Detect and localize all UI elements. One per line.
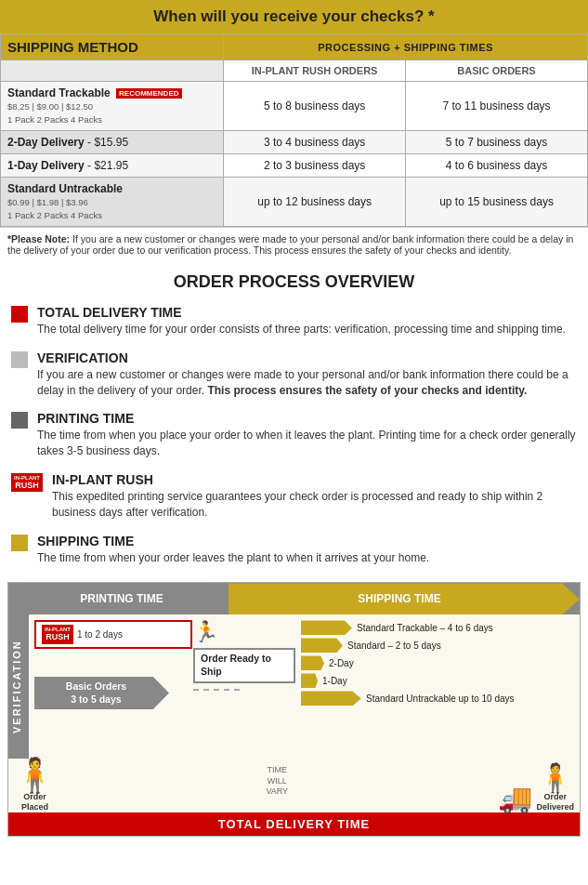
basic-time-untrackable: up to 15 business days — [406, 178, 588, 227]
ship-label-1day: 1-Day — [322, 676, 347, 686]
table-row: Standard Trackable RECOMMENDED $8.25 | $… — [1, 82, 588, 131]
method-packs: 1 Pack 2 Packs 4 Packs — [7, 114, 102, 125]
verification-heading: VERIFICATION — [37, 350, 577, 365]
method-price-2day: - $15.95 — [87, 136, 128, 149]
basic-time-standard: 7 to 11 business days — [406, 82, 588, 131]
rush-time-2day: 3 to 4 business days — [224, 131, 406, 154]
order-process-title: ORDER PROCESS OVERVIEW — [0, 261, 588, 299]
gold-arrow-1day — [301, 673, 318, 688]
person-left-icon: 🧍 — [14, 759, 56, 792]
process-item-inplant-rush: IN-PLANT RUSH IN-PLANT RUSH This expedit… — [0, 467, 588, 526]
method-cell-2day: 2-Day Delivery - $15.95 — [1, 131, 224, 154]
shipping-time-arrow: SHIPPING TIME — [229, 583, 580, 614]
method-price-1day: - $21.95 — [87, 159, 128, 172]
table-row: 1-Day Delivery - $21.95 2 to 3 business … — [1, 154, 588, 178]
diagram-top-bar: PRINTING TIME SHIPPING TIME — [8, 583, 580, 614]
verification-text: If you are a new customer or changes wer… — [37, 367, 577, 399]
basic-orders-line2: 3 to 5 days — [42, 693, 150, 707]
order-placed-label: OrderPlaced — [21, 792, 48, 812]
process-item-printing: PRINTING TIME The time from when you pla… — [0, 405, 588, 465]
total-delivery-heading: TOTAL DELIVERY TIME — [37, 305, 577, 320]
dark-gray-square-icon — [11, 412, 28, 429]
shipping-times-section: Standard Trackable – 4 to 6 days Standar… — [301, 620, 576, 755]
printing-heading: PRINTING TIME — [37, 411, 577, 426]
please-note-text: If you are a new customer or changes wer… — [7, 233, 573, 256]
person-right-icon: 🧍 — [538, 764, 572, 792]
delivery-diagram: PRINTING TIME SHIPPING TIME VERIFICATION… — [7, 582, 581, 837]
inplant-box-badge: IN-PLANT RUSH — [42, 625, 73, 643]
table-row: Standard Untrackable $0.99 | $1.98 | $3.… — [1, 178, 588, 227]
gold-arrow-2day — [301, 655, 324, 670]
rush-orders-header: IN-PLANT RUSH ORDERS — [224, 60, 406, 82]
inplant-days-label: 1 to 2 days — [77, 629, 123, 640]
order-delivered-label: OrderDelivered — [536, 792, 574, 812]
shipping-heading: SHIPPING TIME — [37, 534, 577, 548]
method-cell-standard: Standard Trackable RECOMMENDED $8.25 | $… — [1, 82, 224, 131]
inplant-rush-badge: IN-PLANT RUSH — [11, 473, 43, 492]
printing-time-arrow: PRINTING TIME — [29, 583, 229, 614]
rush-time-1day: 2 to 3 business days — [224, 154, 406, 178]
total-delivery-bar: TOTAL DELIVERY TIME — [8, 812, 580, 836]
gold-arrow-standard2 — [301, 638, 343, 653]
inplant-rush-text: This expedited printing service guarante… — [52, 489, 577, 521]
ship-label-standard: Standard Trackable – 4 to 6 days — [357, 623, 493, 633]
method-cell-untrackable: Standard Untrackable $0.99 | $1.98 | $3.… — [1, 178, 224, 227]
process-item-verification: VERIFICATION If you are a new customer o… — [0, 345, 588, 404]
diagram-body-section: VERIFICATION IN-PLANT RUSH 1 to 2 days — [8, 614, 580, 759]
verification-label: VERIFICATION — [8, 614, 29, 759]
process-item-shipping: SHIPPING TIME The time from when your or… — [0, 528, 588, 572]
inplant-rush-box: IN-PLANT RUSH 1 to 2 days — [34, 620, 192, 648]
inplant-rush-heading: IN-PLANT RUSH — [52, 472, 577, 487]
ship-label-untrackable: Standard Untrackable up to 10 days — [366, 693, 515, 704]
basic-time-1day: 4 to 6 business days — [406, 154, 588, 178]
basic-orders-line1: Basic Orders — [42, 680, 150, 693]
basic-time-2day: 5 to 7 business days — [406, 131, 588, 154]
method-packs-untrackable: 1 Pack 2 Packs 4 Packs — [7, 210, 102, 220]
method-prices: $8.25 | $9.00 | $12.50 — [7, 101, 93, 112]
shipping-text: The time from when your order leaves the… — [37, 550, 577, 566]
page-title: When will you receive your checks? * — [0, 0, 588, 33]
method-name-2day: 2-Day Delivery — [7, 136, 85, 149]
basic-orders-header: BASIC ORDERS — [406, 60, 588, 82]
printing-text: The time from when you place your order … — [37, 428, 577, 459]
total-delivery-text: The total delivery time for your order c… — [37, 322, 577, 337]
recommended-badge: RECOMMENDED — [116, 88, 181, 99]
ship-row-standard2: Standard – 2 to 5 days — [301, 638, 576, 653]
table-row: 2-Day Delivery - $15.95 3 to 4 business … — [1, 131, 588, 154]
order-ready-box: Order Ready to Ship — [193, 648, 295, 682]
gold-arrow-standard — [301, 620, 352, 635]
gold-arrow-untrackable — [301, 691, 361, 706]
rush-time-standard: 5 to 8 business days — [224, 82, 406, 131]
ship-label-standard2: Standard – 2 to 5 days — [347, 641, 441, 651]
process-item-total-delivery: TOTAL DELIVERY TIME The total delivery t… — [0, 299, 588, 343]
basic-orders-box: Basic Orders 3 to 5 days — [34, 677, 169, 709]
ship-row-1day: 1-Day — [301, 673, 576, 688]
red-square-icon — [11, 306, 28, 323]
dotted-arrow — [193, 689, 240, 691]
method-cell-1day: 1-Day Delivery - $21.95 — [1, 154, 224, 178]
shipping-table: SHIPPING METHOD PROCESSING + SHIPPING TI… — [0, 33, 588, 227]
time-will-vary: TIMEWILLVARY — [266, 765, 288, 812]
please-note-label: *Please Note: — [7, 233, 70, 244]
ship-label-2day: 2-Day — [329, 658, 354, 668]
gray-square-icon — [11, 351, 28, 368]
ship-row-untrackable: Standard Untrackable up to 10 days — [301, 691, 576, 706]
please-note-section: *Please Note: If you are a new customer … — [0, 227, 588, 261]
method-name-1day: 1-Day Delivery — [7, 159, 85, 172]
processing-header: PROCESSING + SHIPPING TIMES — [224, 34, 588, 60]
ship-row-2day: 2-Day — [301, 655, 576, 670]
ship-row-standard: Standard Trackable – 4 to 6 days — [301, 620, 576, 635]
method-prices-untrackable: $0.99 | $1.98 | $3.96 — [7, 197, 88, 207]
truck-icon: 🚚 — [498, 785, 532, 812]
gold-square-icon — [11, 535, 28, 551]
method-name-untrackable: Standard Untrackable — [7, 182, 123, 195]
method-name: Standard Trackable — [7, 86, 111, 99]
rush-time-untrackable: up to 12 business days — [224, 178, 406, 227]
running-figure-icon: 🏃 — [193, 620, 218, 644]
shipping-method-header: SHIPPING METHOD — [1, 34, 224, 60]
